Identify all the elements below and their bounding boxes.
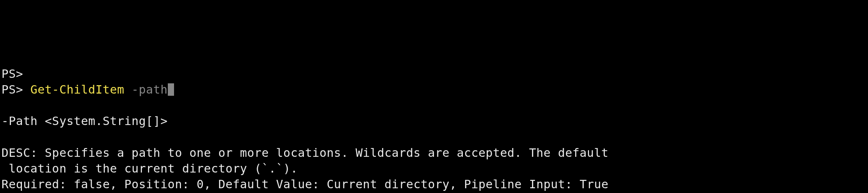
cursor-block [168, 83, 174, 96]
help-signature: -Path <System.String[]> [1, 114, 168, 128]
terminal-output[interactable]: PS> PS> Get-ChildItem -path -Path <Syste… [1, 66, 867, 193]
help-description-line1: DESC: Specifies a path to one or more lo… [1, 146, 608, 160]
help-description-line2: location is the current directory (`.`). [1, 162, 298, 175]
parameter-name: -path [132, 83, 168, 96]
cmdlet-name: Get-ChildItem [30, 83, 124, 96]
prompt-line-2: PS> [1, 83, 30, 96]
prompt-line-1: PS> [1, 67, 23, 81]
help-metadata-line1: Required: false, Position: 0, Default Va… [1, 177, 608, 191]
cmd-space [124, 83, 132, 96]
